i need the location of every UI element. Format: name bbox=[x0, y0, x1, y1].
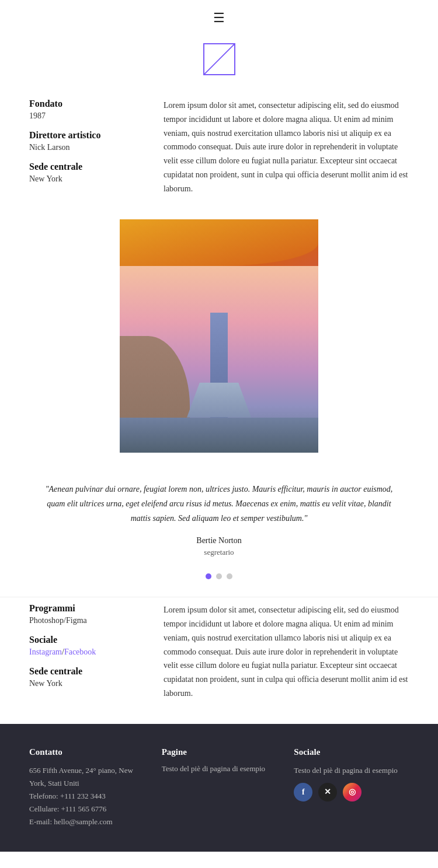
founded-label: Fondato bbox=[29, 99, 146, 109]
bottom-info-section: Programmi Photoshop/Figma Sociale Instag… bbox=[0, 597, 438, 724]
image-section bbox=[0, 214, 438, 470]
carousel-dots bbox=[0, 563, 438, 597]
main-image bbox=[120, 219, 318, 453]
quote-section: "Aenean pulvinar dui ornare, feugiat lor… bbox=[0, 470, 438, 564]
image-water bbox=[120, 418, 318, 453]
logo-diagonal-icon bbox=[204, 44, 234, 74]
facebook-icon[interactable]: f bbox=[294, 783, 312, 802]
founded-value: 1987 bbox=[29, 111, 146, 121]
header: ☰ bbox=[0, 0, 438, 32]
brand-logo bbox=[203, 43, 235, 75]
footer-pages-title: Pagine bbox=[162, 747, 277, 757]
info-section: Fondato 1987 Direttore artistico Nick La… bbox=[0, 93, 438, 214]
footer-social-col: Sociale Testo del piè di pagina di esemp… bbox=[294, 747, 409, 828]
footer-social-title: Sociale bbox=[294, 747, 409, 757]
programs-value: Photoshop/Figma bbox=[29, 616, 146, 625]
footer-contact-title: Contatto bbox=[29, 747, 144, 757]
bottom-headquarters-label: Sede centrale bbox=[29, 666, 146, 677]
svg-line-0 bbox=[204, 44, 234, 74]
bottom-info-description: Lorem ipsum dolor sit amet, consectetur … bbox=[164, 603, 409, 701]
footer-contact-col: Contatto 656 Fifth Avenue, 24° piano, Ne… bbox=[29, 747, 144, 828]
dot-2[interactable] bbox=[216, 573, 222, 579]
quote-role: segretario bbox=[41, 548, 397, 557]
footer-email: E-mail: hello@sample.com bbox=[29, 816, 144, 828]
instagram-icon[interactable]: ◎ bbox=[343, 783, 361, 802]
footer: Contatto 656 Fifth Avenue, 24° piano, Ne… bbox=[0, 724, 438, 852]
footer-address: 656 Fifth Avenue, 24° piano, New York, S… bbox=[29, 764, 144, 790]
image-tower bbox=[210, 313, 228, 418]
quote-author: Bertie Norton bbox=[41, 536, 397, 545]
dot-1[interactable] bbox=[206, 573, 211, 579]
footer-social-icons: f ✕ ◎ bbox=[294, 783, 409, 802]
programs-label: Programmi bbox=[29, 603, 146, 614]
info-description: Lorem ipsum dolor sit amet, consectetur … bbox=[164, 99, 409, 196]
headquarters-label: Sede centrale bbox=[29, 162, 146, 172]
instagram-link[interactable]: Instagram bbox=[29, 648, 62, 656]
headquarters-value: New York bbox=[29, 174, 146, 184]
director-label: Direttore artistico bbox=[29, 130, 146, 141]
footer-mobile: Cellulare: +111 565 6776 bbox=[29, 803, 144, 816]
bottom-info-left: Programmi Photoshop/Figma Sociale Instag… bbox=[29, 603, 146, 701]
footer-social-text: Testo del piè di pagina di esempio bbox=[294, 764, 409, 777]
facebook-link[interactable]: Facebook bbox=[64, 648, 96, 656]
bottom-headquarters-value: New York bbox=[29, 679, 146, 688]
image-shape-top bbox=[120, 219, 318, 266]
twitter-icon[interactable]: ✕ bbox=[318, 783, 337, 802]
hamburger-icon[interactable]: ☰ bbox=[213, 10, 225, 26]
dot-3[interactable] bbox=[227, 573, 232, 579]
info-left: Fondato 1987 Direttore artistico Nick La… bbox=[29, 99, 146, 196]
social-links: Instagram/Facebook bbox=[29, 648, 146, 657]
logo-section bbox=[0, 32, 438, 93]
quote-text: "Aenean pulvinar dui ornare, feugiat lor… bbox=[41, 482, 397, 526]
director-value: Nick Larson bbox=[29, 143, 146, 152]
footer-pages-link[interactable]: Testo del piè di pagina di esempio bbox=[162, 764, 277, 774]
footer-pages-col: Pagine Testo del piè di pagina di esempi… bbox=[162, 747, 277, 828]
social-label: Sociale bbox=[29, 635, 146, 645]
footer-phone: Telefono: +111 232 3443 bbox=[29, 790, 144, 803]
